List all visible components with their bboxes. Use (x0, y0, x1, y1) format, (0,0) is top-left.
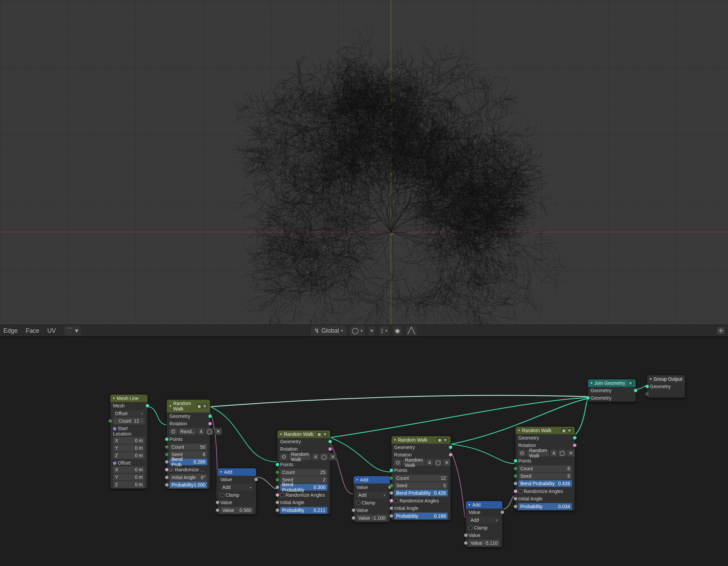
snap-toggle[interactable]: ⌖ (368, 326, 376, 336)
link-name[interactable]: Random Walk (527, 450, 549, 456)
falloff-dropdown[interactable]: ⌒▾ (64, 325, 81, 336)
mode-edge[interactable]: Edge (3, 327, 18, 334)
mode-uv[interactable]: UV (47, 327, 56, 334)
bend-probability-field[interactable]: Bend Probability0.300 (280, 484, 327, 491)
randomize-angles-check[interactable]: Randomize Angles (391, 497, 451, 504)
svg-line-79085 (419, 313, 420, 316)
offset-x[interactable]: X0 m (113, 466, 145, 473)
svg-line-73760 (269, 302, 272, 303)
probability-field[interactable]: Probability1.000 (169, 481, 207, 488)
node-group-link[interactable]: ⌬ Random Walk 4 ◯ ✕ (394, 459, 448, 466)
offset-z[interactable]: Z0 m (113, 481, 145, 488)
probability-field[interactable]: Probability0.034 (518, 503, 572, 510)
collapse-icon[interactable]: ▾ (518, 428, 520, 432)
value-field[interactable]: Value-5.110 (469, 540, 500, 546)
node-mesh-line[interactable]: ▾Mesh Line Mesh Offset▾ ‹Count 12› Start… (110, 394, 148, 489)
fake-user-icon[interactable]: ◯ (434, 459, 442, 466)
snap-target-dropdown[interactable]: ⟟▾ (379, 326, 390, 336)
count-field[interactable]: Count6 (518, 465, 572, 472)
node-add-3[interactable]: ▾Add Value Add▾ Clamp Value Value-5.110 (465, 501, 503, 547)
node-group-link[interactable]: ⌬ Random Walk 4 ◯ ✕ (280, 453, 327, 460)
svg-line-65909 (496, 265, 497, 267)
node-random-walk-1[interactable]: ▾Random Walk▦⛨ Geometry Rotation ⌬ Rand.… (166, 399, 210, 489)
offset-y[interactable]: Y0 m (113, 474, 145, 480)
link-name[interactable]: Rand.. (178, 428, 196, 435)
viewport-3d[interactable] (0, 0, 728, 325)
mode-face[interactable]: Face (26, 327, 39, 334)
bend-probability-field[interactable]: Bend Probability0.426 (518, 480, 572, 487)
start-x[interactable]: X0 m (113, 437, 145, 444)
unlink-icon[interactable]: ✕ (214, 428, 222, 435)
count-field[interactable]: Count25 (280, 469, 327, 476)
count-field[interactable]: Count12 (394, 475, 448, 481)
randomize-angles-check[interactable]: Randomize Angles (167, 466, 210, 473)
seed-field[interactable]: Seed5 (394, 482, 448, 489)
node-group-link[interactable]: ⌬ Rand.. 4 ◯ ✕ (169, 428, 207, 435)
unlink-icon[interactable]: ✕ (567, 450, 575, 456)
shield-icon[interactable]: ⛨ (443, 438, 448, 442)
mode-dropdown[interactable]: Offset▾ (113, 410, 145, 417)
collapse-icon[interactable]: ▾ (591, 381, 592, 385)
node-add-1[interactable]: ▾Add Value Add▾ Clamp Value Value0.560 (217, 468, 256, 515)
link-name[interactable]: Random Walk (289, 453, 311, 460)
node-random-walk-3[interactable]: ▾Random Walk▦⛨ Geometry Rotation ⌬ Rando… (391, 436, 451, 520)
nav-gizmo[interactable] (717, 327, 725, 334)
svg-line-24064 (302, 76, 304, 77)
randomize-angles-check[interactable]: Randomize Angles (516, 488, 575, 495)
fake-user-icon[interactable]: ◯ (559, 450, 566, 456)
shield-icon[interactable]: ⛨ (203, 404, 207, 408)
unlink-icon[interactable]: ✕ (329, 453, 337, 460)
proportional-edit-toggle[interactable]: ◉ (392, 325, 403, 336)
node-icon[interactable]: ▦ (197, 404, 201, 408)
probability-field[interactable]: Probability0.168 (394, 513, 448, 519)
node-group-output[interactable]: ▾Group Output Geometry (647, 375, 685, 398)
collapse-icon[interactable]: ▾ (169, 404, 171, 408)
node-random-walk-2[interactable]: ▾Random Walk▦⛨ Geometry Rotation ⌬ Rando… (277, 430, 331, 515)
node-editor[interactable]: ▾Mesh Line Mesh Offset▾ ‹Count 12› Start… (0, 337, 728, 566)
initial-angle-field[interactable]: Initial Angle0° (169, 474, 207, 481)
operation-dropdown[interactable]: Add▾ (220, 484, 253, 491)
collapse-icon[interactable]: ▾ (394, 438, 396, 442)
start-y[interactable]: Y0 m (113, 445, 145, 451)
count-field[interactable]: Count50 (169, 444, 207, 450)
collapse-icon[interactable]: ▾ (280, 432, 282, 436)
operation-dropdown[interactable]: Add▾ (356, 492, 387, 498)
count-field[interactable]: ‹Count 12› (113, 418, 145, 424)
probability-field[interactable]: Probability0.211 (280, 507, 327, 514)
falloff-curve[interactable]: ╱╲ (405, 325, 417, 336)
start-z[interactable]: Z0 m (113, 452, 145, 459)
svg-line-10399 (369, 47, 369, 49)
value-field[interactable]: Value0.560 (220, 507, 253, 514)
unlink-icon[interactable]: ✕ (443, 459, 451, 466)
operation-dropdown[interactable]: Add▾ (469, 517, 500, 523)
clamp-check[interactable]: Clamp (354, 499, 390, 506)
seed-field[interactable]: Seed5 (518, 473, 572, 479)
node-icon[interactable]: ▦ (561, 428, 566, 433)
clamp-check[interactable]: Clamp (218, 491, 256, 499)
fake-user-icon[interactable]: ◯ (206, 428, 213, 435)
collapse-icon[interactable]: ▾ (113, 396, 115, 400)
node-join-geometry[interactable]: ▾Join Geometry⛨ Geometry Geometry (588, 379, 636, 402)
bend-probability-field[interactable]: Bend Probability0.426 (394, 490, 448, 496)
pivot-dropdown[interactable]: ◯▾ (349, 325, 365, 336)
svg-line-73783 (258, 308, 260, 310)
node-group-link[interactable]: ⌬ Random Walk 4 ◯ ✕ (518, 450, 572, 456)
shield-icon[interactable]: ⛨ (567, 428, 572, 433)
node-random-walk-4[interactable]: ▾Random Walk▦⛨ Geometry Rotation ⌬ Rando… (515, 426, 575, 511)
value-field[interactable]: Value-1.100 (356, 515, 387, 521)
collapse-icon[interactable]: ▾ (356, 478, 358, 481)
shield-icon[interactable]: ⛨ (628, 381, 633, 385)
collapse-icon[interactable]: ▾ (650, 377, 652, 381)
link-name[interactable]: Random Walk (403, 459, 425, 466)
collapse-icon[interactable]: ▾ (469, 503, 470, 506)
node-add-2[interactable]: ▾Add Value Add▾ Clamp Value Value-1.100 (353, 476, 390, 522)
shield-icon[interactable]: ⛨ (323, 432, 327, 437)
randomize-angles-check[interactable]: Randomize Angles (277, 491, 330, 499)
clamp-check[interactable]: Clamp (466, 524, 502, 532)
transform-orientation[interactable]: ↯ Global ▾ (311, 325, 347, 336)
node-icon[interactable]: ▦ (437, 438, 442, 442)
node-icon[interactable]: ▦ (317, 432, 321, 437)
bend-probability-field[interactable]: Bend Prob0.289 (169, 458, 207, 465)
fake-user-icon[interactable]: ◯ (320, 453, 328, 460)
collapse-icon[interactable]: ▾ (220, 470, 222, 474)
